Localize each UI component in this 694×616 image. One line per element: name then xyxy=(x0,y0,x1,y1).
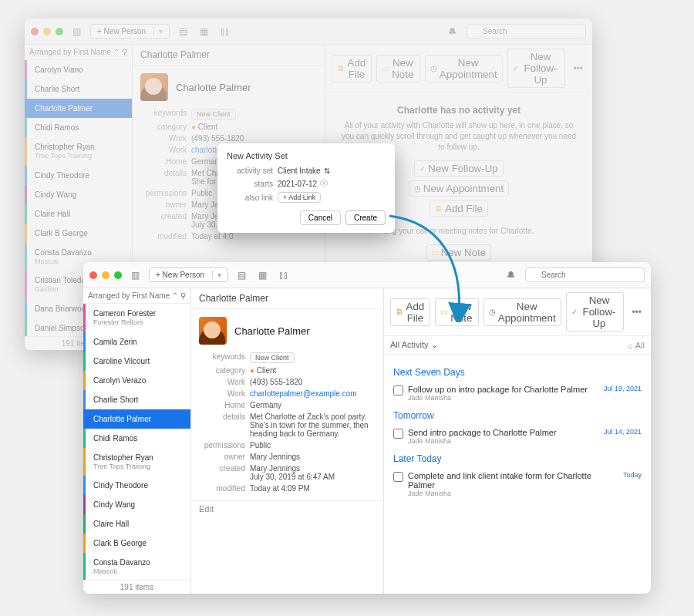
list-item[interactable]: Christopher RyanTree Tops Training xyxy=(25,137,132,166)
list-item[interactable]: Camila Zerin xyxy=(83,332,190,352)
add-link-button[interactable]: + Add Link xyxy=(278,192,321,203)
list-item[interactable]: Carolyn Viano xyxy=(25,60,132,79)
view-list-icon[interactable]: ▤ xyxy=(234,268,249,282)
list-item[interactable]: Cindy Wang xyxy=(25,185,132,204)
list-item[interactable]: Claire Hall xyxy=(83,514,190,534)
more-icon[interactable]: ••• xyxy=(570,62,586,76)
empty-followup-button[interactable]: ✓New Follow-Up xyxy=(414,160,503,177)
work-email[interactable]: charlottepalmer@example.com xyxy=(250,389,376,398)
keyword-chip[interactable]: New Client xyxy=(250,352,295,363)
minimize-window-icon[interactable] xyxy=(102,271,109,279)
contact-detail-pane: Charlotte Palmer Charlotte Palmer keywor… xyxy=(191,288,384,594)
add-file-button[interactable]: 🗎Add File xyxy=(390,298,430,326)
empty-appointment-button[interactable]: ◷New Appointment xyxy=(409,180,509,197)
clock-icon: ◷ xyxy=(489,308,496,316)
list-item[interactable]: Consta DavanzoMascoti xyxy=(83,553,190,580)
page-title: Charlotte Palmer xyxy=(199,293,268,304)
sort-bar[interactable]: Arranged by First Name ⌃ ⚲ xyxy=(83,288,190,304)
sidebar-footer: 191 items xyxy=(83,580,190,594)
list-item[interactable]: Chidi Ramos xyxy=(25,118,132,137)
new-appointment-button[interactable]: ◷New Appointment xyxy=(483,298,561,326)
activity-group-title: Later Today xyxy=(393,453,642,464)
view-grid-icon[interactable]: ▦ xyxy=(255,268,270,282)
list-item[interactable]: Cindy Wang xyxy=(83,495,190,514)
window-controls[interactable] xyxy=(89,271,122,279)
task-text: Follow up on intro package for Charlotte… xyxy=(408,385,599,394)
clear-icon[interactable]: ⓧ xyxy=(320,178,328,189)
sort-bar[interactable]: Arranged by First Name ⌃ ⚲ xyxy=(25,45,132,60)
list-item[interactable]: Carolyn Verazo xyxy=(83,371,190,390)
task-text: Send intro package to Charlotte Palmer xyxy=(408,428,599,437)
filter-icon[interactable]: ⚲ xyxy=(122,48,127,56)
list-item[interactable]: Charlotte Palmer xyxy=(83,409,190,429)
action-toolbar: 🗎Add File ▭New Note ◷New Appointment ✓Ne… xyxy=(384,288,651,336)
list-item[interactable]: Cindy Theodore xyxy=(83,476,190,495)
add-file-button[interactable]: 🗎Add File xyxy=(332,55,372,82)
list-item[interactable]: Charlotte Palmer xyxy=(25,99,132,118)
search-input[interactable] xyxy=(467,24,586,39)
foreground-window: ▥ + New Person▾ ▤ ▦ ⫿⫿ 🔔︎ Arranged by Fi… xyxy=(83,262,651,594)
sidebar-toggle-icon[interactable]: ▥ xyxy=(69,25,84,39)
empty-note-button[interactable]: ▭New Note xyxy=(426,244,492,261)
task-checkbox[interactable] xyxy=(393,385,403,396)
more-icon[interactable]: ••• xyxy=(628,305,645,319)
task-checkbox[interactable] xyxy=(393,472,403,482)
toolbar: ▥ + New Person▾ ▤ ▦ ⫿⫿ 🔔︎ xyxy=(25,19,592,45)
list-item[interactable]: Cameron ForesterForester Reltors xyxy=(83,304,190,332)
file-icon: 🗎 xyxy=(337,64,345,72)
bell-icon[interactable]: 🔔︎ xyxy=(504,268,519,282)
minimize-window-icon[interactable] xyxy=(43,28,51,35)
task-assignee: Jade Manisha xyxy=(408,437,599,445)
activity-set-select[interactable]: Client Intake ⇅ xyxy=(278,167,386,175)
close-window-icon[interactable] xyxy=(89,271,97,279)
bell-icon[interactable]: 🔔︎ xyxy=(445,25,460,39)
edit-link[interactable]: Edit xyxy=(191,500,383,517)
empty-addfile-button[interactable]: 🗎Add File xyxy=(430,200,488,217)
close-window-icon[interactable] xyxy=(31,28,39,35)
clock-icon: ◷ xyxy=(430,64,437,72)
sidebar-toggle-icon[interactable]: ▥ xyxy=(128,268,143,282)
task-row: Follow up on intro package for Charlotte… xyxy=(393,382,642,404)
zoom-window-icon[interactable] xyxy=(56,28,63,35)
view-chart-icon[interactable]: ⫿⫿ xyxy=(276,268,291,282)
list-item[interactable]: Charlie Short xyxy=(83,390,190,409)
view-list-icon[interactable]: ▤ xyxy=(176,25,190,39)
list-item[interactable]: Clark B George xyxy=(83,534,190,553)
new-followup-button[interactable]: ✓New Follow-Up xyxy=(566,292,625,332)
new-note-button[interactable]: ▭New Note xyxy=(376,55,420,82)
task-assignee: Jade Manisha xyxy=(408,394,599,402)
list-item[interactable]: Claire Hall xyxy=(25,204,132,224)
activity-pane: 🗎Add File ▭New Note ◷New Appointment ✓Ne… xyxy=(384,288,651,594)
filter-icon[interactable]: ⚲ xyxy=(180,291,186,300)
zoom-window-icon[interactable] xyxy=(114,271,122,279)
list-item[interactable]: Charlie Short xyxy=(25,79,132,99)
new-followup-button[interactable]: ✓New Follow-Up xyxy=(507,49,566,88)
view-grid-icon[interactable]: ▦ xyxy=(197,25,211,39)
empty-heading: Charlotte has no activity yet xyxy=(338,105,580,116)
modal-title: New Activity Set xyxy=(227,151,386,160)
list-item[interactable]: Caroline Vilcourt xyxy=(83,352,190,371)
list-item[interactable]: Clark B George xyxy=(25,224,132,243)
work-phone: (493) 555-1820 xyxy=(250,378,376,386)
contact-name: Charlotte Palmer xyxy=(176,82,251,93)
new-person-button[interactable]: + New Person▾ xyxy=(149,268,228,282)
list-item[interactable]: Chidi Ramos xyxy=(83,429,190,448)
activity-search[interactable]: ⌕ All xyxy=(628,341,645,350)
activity-filter[interactable]: All Activity ⌄ xyxy=(390,340,438,350)
window-controls[interactable] xyxy=(31,28,63,35)
view-chart-icon[interactable]: ⫿⫿ xyxy=(217,25,233,39)
new-appointment-button[interactable]: ◷New Appointment xyxy=(425,55,503,82)
list-item[interactable]: Cindy Theodore xyxy=(25,166,132,185)
action-toolbar: 🗎Add File ▭New Note ◷New Appointment ✓Ne… xyxy=(325,45,592,93)
create-button[interactable]: Create xyxy=(345,210,386,225)
search-input[interactable] xyxy=(525,268,645,282)
activity-group-title: Next Seven Days xyxy=(393,367,642,378)
list-item[interactable]: Christopher RyanTree Tops Training xyxy=(83,448,190,476)
starts-date-field[interactable]: 2021-07-12 ⓧ xyxy=(278,178,386,189)
new-note-button[interactable]: ▭New Note xyxy=(435,298,479,326)
task-checkbox[interactable] xyxy=(393,429,403,439)
cancel-button[interactable]: Cancel xyxy=(300,210,341,225)
new-person-button[interactable]: + New Person▾ xyxy=(90,24,170,39)
check-icon: ✓ xyxy=(513,64,519,72)
contacts-sidebar: Arranged by First Name ⌃ ⚲ Cameron Fores… xyxy=(83,288,191,594)
